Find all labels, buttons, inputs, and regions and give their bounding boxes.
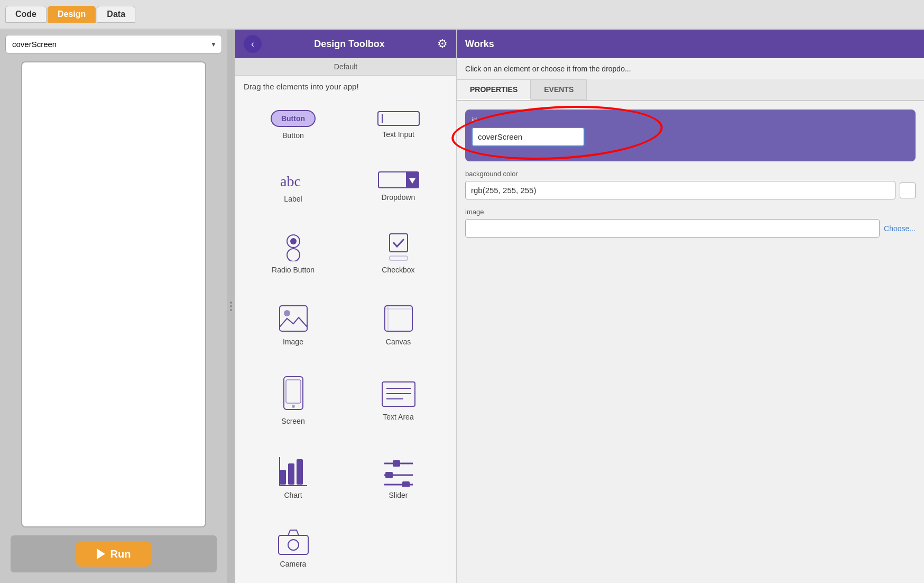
- svg-rect-29: [385, 472, 393, 478]
- resize-handle[interactable]: [227, 30, 235, 583]
- slider-icon: [380, 455, 417, 487]
- right-panel: Works Click on an element or choose it f…: [457, 30, 924, 583]
- dot1: [230, 302, 232, 304]
- svg-rect-15: [286, 380, 301, 403]
- tool-screen-label: Screen: [281, 417, 304, 425]
- svg-rect-8: [390, 256, 408, 260]
- tool-image[interactable]: Image: [241, 289, 346, 361]
- workspace-label: Works: [465, 39, 494, 50]
- color-swatch[interactable]: [900, 183, 916, 198]
- screen-select-wrapper[interactable]: coverScreen: [5, 35, 222, 53]
- prop-image-input[interactable]: [465, 219, 880, 238]
- tool-text-input-label: Text Input: [382, 130, 414, 139]
- props-content: id background color image Choose...: [457, 101, 924, 254]
- tool-camera-label: Camera: [280, 560, 307, 568]
- tool-text-area-label: Text Area: [383, 413, 413, 421]
- tool-dropdown-label: Dropdown: [382, 193, 415, 202]
- run-button[interactable]: Run: [76, 542, 152, 567]
- svg-rect-23: [297, 459, 303, 485]
- svg-point-16: [292, 405, 295, 408]
- main-layout: coverScreen Run ‹ Design Toolbox ⚙ Defau…: [0, 30, 924, 583]
- svg-marker-34: [288, 530, 299, 535]
- choose-link[interactable]: Choose...: [884, 224, 916, 233]
- svg-rect-14: [284, 377, 303, 409]
- text-input-icon: [377, 111, 420, 126]
- tool-label-label: Label: [284, 195, 302, 203]
- checkbox-icon: [385, 233, 412, 261]
- svg-point-5: [290, 238, 297, 244]
- prop-image-row: image Choose...: [465, 208, 916, 238]
- svg-rect-21: [280, 470, 286, 485]
- top-nav: Code Design Data: [0, 0, 924, 30]
- tool-button-label: Button: [282, 131, 303, 140]
- prop-image-inputs: Choose...: [465, 219, 916, 238]
- button-icon: Button: [271, 110, 316, 127]
- prop-id-input[interactable]: [472, 127, 585, 147]
- svg-rect-27: [393, 460, 400, 467]
- chart-icon: [278, 455, 309, 487]
- prop-bgcolor-label: background color: [465, 170, 916, 178]
- svg-rect-31: [402, 481, 410, 487]
- tab-design[interactable]: Design: [48, 6, 96, 23]
- svg-rect-32: [279, 535, 308, 554]
- phone-preview: [21, 61, 206, 527]
- tool-chart-label: Chart: [284, 491, 302, 499]
- screen-select[interactable]: coverScreen: [5, 35, 222, 53]
- toolbox-title: Design Toolbox: [314, 39, 385, 50]
- tool-label[interactable]: abc Label: [241, 154, 346, 218]
- toolbox-grid: Button Button Text Input abc: [235, 95, 456, 583]
- svg-point-6: [287, 249, 300, 261]
- svg-rect-11: [385, 306, 412, 331]
- tool-chart[interactable]: Chart: [241, 440, 346, 514]
- bottom-bar: Run: [11, 535, 217, 572]
- dropdown-icon: [377, 171, 420, 189]
- camera-icon: [278, 529, 309, 555]
- tool-canvas[interactable]: Canvas: [346, 289, 451, 361]
- right-header: Works: [457, 30, 924, 58]
- svg-point-10: [284, 310, 290, 316]
- back-button[interactable]: ‹: [244, 35, 262, 53]
- prop-bgcolor-row: background color: [465, 170, 916, 199]
- svg-text:abc: abc: [280, 173, 301, 189]
- canvas-icon: [383, 304, 414, 333]
- middle-panel: ‹ Design Toolbox ⚙ Default Drag the elem…: [235, 30, 457, 583]
- text-area-icon: [380, 380, 417, 408]
- toolbox-header: ‹ Design Toolbox ⚙: [235, 30, 456, 58]
- tool-dropdown[interactable]: Dropdown: [346, 154, 451, 218]
- id-section: id: [465, 110, 916, 161]
- prop-id-row: id: [472, 116, 909, 147]
- click-instruction: Click on an element or choose it from th…: [457, 58, 924, 79]
- tab-properties[interactable]: PROPERTIES: [457, 79, 531, 100]
- tool-camera[interactable]: Camera: [241, 514, 346, 583]
- prop-bgcolor-input[interactable]: [465, 181, 895, 199]
- dot2: [230, 305, 232, 307]
- tab-events[interactable]: EVENTS: [531, 79, 587, 100]
- prop-image-label: image: [465, 208, 916, 216]
- tab-data[interactable]: Data: [97, 6, 135, 23]
- label-icon: abc: [278, 169, 309, 190]
- tool-slider[interactable]: Slider: [346, 440, 451, 514]
- tool-text-input[interactable]: Text Input: [346, 95, 451, 154]
- tool-button[interactable]: Button Button: [241, 95, 346, 154]
- svg-rect-9: [280, 306, 307, 331]
- prop-id-label: id: [472, 116, 909, 124]
- screen-icon: [282, 376, 305, 413]
- tool-slider-label: Slider: [389, 491, 408, 499]
- tool-image-label: Image: [283, 338, 303, 346]
- tool-checkbox-label: Checkbox: [382, 266, 414, 274]
- tool-screen[interactable]: Screen: [241, 361, 346, 440]
- svg-rect-22: [288, 463, 294, 485]
- play-icon: [97, 549, 105, 559]
- gear-button[interactable]: ⚙: [437, 37, 448, 51]
- tool-checkbox[interactable]: Checkbox: [346, 218, 451, 289]
- props-tabs: PROPERTIES EVENTS: [457, 79, 924, 101]
- tool-radio-label: Radio Button: [272, 266, 315, 274]
- tool-radio[interactable]: Radio Button: [241, 218, 346, 289]
- tab-code[interactable]: Code: [5, 6, 47, 23]
- dot3: [230, 309, 232, 311]
- tool-canvas-label: Canvas: [386, 338, 411, 346]
- left-panel: coverScreen Run: [0, 30, 227, 583]
- image-icon: [278, 304, 309, 333]
- tool-text-area[interactable]: Text Area: [346, 361, 451, 440]
- run-label: Run: [110, 548, 131, 560]
